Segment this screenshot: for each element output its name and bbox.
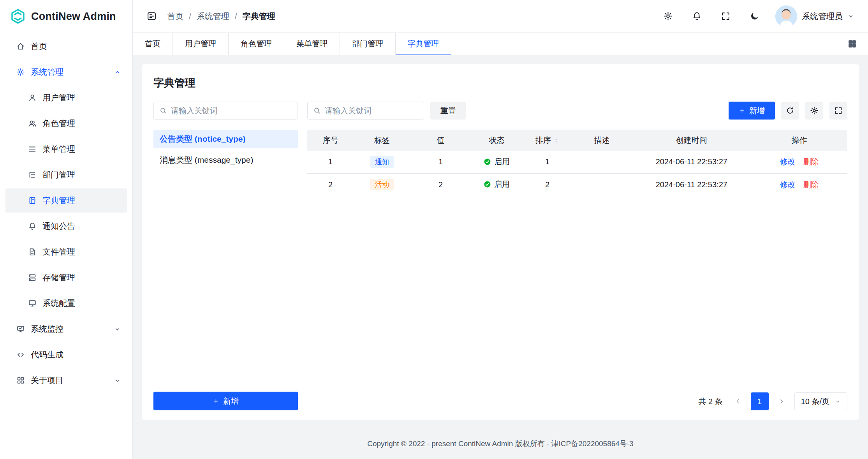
dict-item-table: 序号 标签 值 状态 排序	[307, 130, 847, 196]
settings-icon	[663, 11, 673, 21]
tag-badge: 活动	[370, 179, 394, 190]
cell-status: 启用	[471, 151, 523, 173]
topbar-actions: 系统管理员	[660, 5, 854, 27]
sidebar-item-system-config[interactable]: 系统配置	[5, 291, 127, 315]
notification-button[interactable]	[689, 9, 704, 24]
add-dict-item-button[interactable]: 新增	[729, 102, 775, 120]
edit-link[interactable]: 修改	[780, 157, 796, 166]
sidebar-item-label: 代码生成	[31, 349, 63, 360]
footer: Copyright © 2022 - present ContiNew Admi…	[133, 429, 868, 459]
breadcrumb: 首页 / 系统管理 / 字典管理	[167, 11, 275, 22]
sidebar-item-dict-management[interactable]: 字典管理	[5, 188, 127, 213]
column-settings-button[interactable]	[805, 102, 823, 120]
breadcrumb-item[interactable]: 首页	[167, 11, 183, 22]
cell-value: 1	[410, 151, 471, 173]
table-row[interactable]: 1 通知 1 启用 1	[307, 151, 847, 173]
sidebar-item-home[interactable]: 首页	[5, 34, 127, 58]
sidebar-item-label: 字典管理	[42, 195, 75, 206]
plus-icon	[739, 107, 745, 114]
topbar: 首页 / 系统管理 / 字典管理	[133, 0, 868, 33]
menu-fold-button[interactable]	[143, 8, 160, 25]
table-fullscreen-button[interactable]	[829, 102, 847, 120]
page-size-value: 10 条/页	[801, 396, 829, 407]
dict-type-list: 公告类型 (notice_type) 消息类型 (message_type)	[153, 130, 298, 392]
theme-toggle-button[interactable]	[747, 9, 762, 24]
tabbar: 首页 用户管理 角色管理 菜单管理 部门管理 字典管理	[133, 33, 868, 55]
sidebar-item-file-management[interactable]: 文件管理	[5, 240, 127, 264]
tab-dict-management[interactable]: 字典管理	[396, 33, 451, 55]
cell-actions: 修改删除	[751, 173, 847, 196]
status-badge: 启用	[484, 179, 510, 190]
delete-link[interactable]: 删除	[803, 157, 819, 166]
breadcrumb-item[interactable]: 系统管理	[197, 11, 229, 22]
pagination: 共 2 条 1 10 条/页	[307, 386, 847, 410]
edit-link[interactable]: 修改	[780, 180, 796, 189]
status-check-icon	[484, 158, 491, 165]
monitor-icon	[28, 299, 37, 308]
cell-created: 2024-06-11 22:53:27	[632, 173, 752, 196]
item-search-input[interactable]	[325, 106, 418, 115]
tab-dept-management[interactable]: 部门管理	[340, 33, 396, 55]
sidebar-item-storage-management[interactable]: 存储管理	[5, 266, 127, 290]
add-button-label: 新增	[749, 106, 765, 116]
col-header-created: 创建时间	[632, 130, 752, 151]
user-menu[interactable]: 系统管理员	[775, 5, 854, 27]
status-label: 启用	[494, 157, 510, 167]
cell-status: 启用	[471, 173, 523, 196]
tab-home[interactable]: 首页	[133, 33, 173, 55]
col-header-sort[interactable]: 排序	[523, 130, 572, 151]
sidebar-item-notice[interactable]: 通知公告	[5, 214, 127, 238]
col-header-desc: 描述	[572, 130, 632, 151]
tab-list-button[interactable]	[847, 33, 868, 55]
cell-no: 1	[307, 151, 354, 173]
sidebar-item-role-management[interactable]: 角色管理	[5, 111, 127, 135]
tab-label: 角色管理	[241, 39, 272, 49]
sidebar-item-user-management[interactable]: 用户管理	[5, 86, 127, 110]
settings-button[interactable]	[660, 9, 676, 24]
sidebar-item-system-management[interactable]: 系统管理	[5, 60, 127, 84]
chevron-down-icon	[114, 326, 121, 332]
dict-item-panel: 重置 新增	[307, 102, 847, 410]
chevron-down-icon	[847, 13, 854, 19]
sort-caret-icon[interactable]	[553, 137, 559, 143]
logo[interactable]: ContiNew Admin	[0, 0, 132, 33]
sidebar-item-about-project[interactable]: 关于项目	[5, 368, 127, 392]
tab-user-management[interactable]: 用户管理	[173, 33, 229, 55]
list-item-message-type[interactable]: 消息类型 (message_type)	[153, 151, 298, 169]
table-row[interactable]: 2 活动 2 启用 2	[307, 173, 847, 196]
dict-search-input[interactable]	[171, 106, 292, 115]
cell-desc	[572, 173, 632, 196]
sidebar-item-code-generation[interactable]: 代码生成	[5, 343, 127, 367]
sidebar: ContiNew Admin 首页 系统管理 用户管理 角色管理	[0, 0, 133, 459]
breadcrumb-separator: /	[235, 12, 237, 21]
delete-link[interactable]: 删除	[803, 180, 819, 189]
prev-page-button[interactable]	[730, 393, 746, 410]
chevron-up-icon	[114, 69, 121, 76]
cell-desc	[572, 151, 632, 173]
tab-label: 部门管理	[352, 39, 383, 49]
chevron-right-icon	[778, 398, 785, 405]
sidebar-item-system-monitor[interactable]: 系统监控	[5, 317, 127, 341]
page-title: 字典管理	[153, 76, 847, 90]
item-search-box	[307, 102, 424, 120]
cell-created: 2024-06-11 22:53:27	[632, 151, 752, 173]
reset-button[interactable]: 重置	[430, 102, 466, 120]
menu-fold-icon	[147, 11, 157, 21]
tab-role-management[interactable]: 角色管理	[229, 33, 284, 55]
tab-menu-management[interactable]: 菜单管理	[284, 33, 340, 55]
add-dict-type-button[interactable]: 新增	[153, 392, 298, 410]
main-column: 首页 / 系统管理 / 字典管理	[133, 0, 868, 459]
list-item-notice-type[interactable]: 公告类型 (notice_type)	[153, 130, 298, 148]
page-size-select[interactable]: 10 条/页	[794, 392, 847, 410]
next-page-button[interactable]	[773, 393, 790, 410]
dict-search-box	[153, 102, 298, 120]
file-icon	[28, 248, 37, 256]
col-header-label: 排序	[535, 135, 551, 146]
page-number-button[interactable]: 1	[751, 392, 769, 410]
tab-label: 字典管理	[408, 39, 439, 49]
refresh-button[interactable]	[781, 102, 799, 120]
fullscreen-button[interactable]	[718, 9, 733, 24]
sidebar-item-dept-management[interactable]: 部门管理	[5, 163, 127, 187]
avatar	[775, 5, 797, 27]
sidebar-item-menu-management[interactable]: 菜单管理	[5, 137, 127, 161]
